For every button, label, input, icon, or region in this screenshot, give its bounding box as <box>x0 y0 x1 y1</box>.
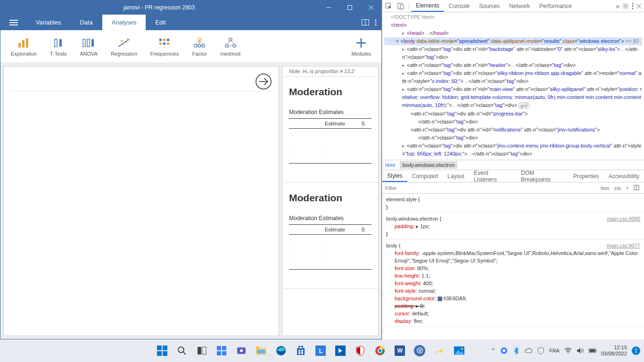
new-style-icon[interactable]: ＋ <box>623 184 632 191</box>
ribbon-regression[interactable]: Regression <box>104 33 144 61</box>
tab-variables[interactable]: Variables <box>26 15 70 30</box>
more-tabs-icon[interactable]: » <box>616 2 619 10</box>
styles-panel[interactable]: element.style {}main.css:9090body.window… <box>382 194 644 339</box>
devtab-console[interactable]: Console <box>444 0 474 12</box>
store-icon[interactable] <box>292 342 309 359</box>
svg-line-36 <box>196 41 199 44</box>
close-button[interactable] <box>360 0 381 15</box>
minimize-button[interactable] <box>318 0 339 15</box>
subtab-styles[interactable]: Styles <box>382 170 407 182</box>
photos-icon[interactable] <box>451 342 468 359</box>
taskview-icon[interactable] <box>193 342 210 359</box>
search-icon[interactable] <box>173 342 190 359</box>
svg-marker-92 <box>339 348 342 353</box>
explorer-icon[interactable] <box>253 342 270 359</box>
ribbon-ttests[interactable]: T-Tests <box>43 33 73 61</box>
svg-point-40 <box>225 44 228 47</box>
svg-point-33 <box>194 44 197 47</box>
app-icon-misc1[interactable] <box>431 342 448 359</box>
subtab-props[interactable]: Properties <box>569 170 604 182</box>
teams-icon[interactable] <box>233 342 250 359</box>
devtab-performance[interactable]: Performance <box>535 0 577 12</box>
ribbon-medmod[interactable]: medmod <box>214 33 247 61</box>
wifi-icon[interactable] <box>564 347 572 354</box>
devtab-sources[interactable]: Sources <box>474 0 504 12</box>
gear-icon[interactable] <box>622 3 629 9</box>
svg-point-52 <box>625 5 627 7</box>
widgets-icon[interactable] <box>213 342 230 359</box>
app-icon-blue[interactable] <box>332 342 349 359</box>
onedrive-icon[interactable] <box>525 347 532 354</box>
tab-data[interactable]: Data <box>70 15 102 30</box>
kebab-icon[interactable] <box>375 19 377 26</box>
subtab-computed[interactable]: Computed <box>407 170 443 182</box>
start-button[interactable] <box>154 342 171 359</box>
factor-icon <box>192 36 207 49</box>
ribbon-anova[interactable]: ANOVA <box>74 33 105 61</box>
devtab-elements[interactable]: Elements <box>411 0 444 12</box>
subtab-dom[interactable]: DOM Breakpoints <box>516 170 569 182</box>
edge-icon[interactable] <box>272 342 289 359</box>
svg-rect-74 <box>198 347 201 354</box>
notification-badge[interactable]: 2 <box>632 346 640 355</box>
ribbon-frequencies[interactable]: Frequencies <box>144 33 186 61</box>
ribbon: Exploration T-Tests ANOVA Regression Fre… <box>0 30 381 63</box>
svg-rect-17 <box>83 39 85 47</box>
main-view: Note. Hₐ is proportion ≠ 13.2ModerationM… <box>0 63 381 339</box>
hov-toggle[interactable]: :hov <box>598 185 611 191</box>
svg-line-59 <box>627 4 628 5</box>
subtab-event[interactable]: Event Listeners <box>469 170 516 182</box>
inspect-icon[interactable] <box>382 3 395 9</box>
security-icon[interactable] <box>537 347 545 354</box>
svg-rect-83 <box>256 346 260 349</box>
svg-line-38 <box>199 41 203 44</box>
svg-point-95 <box>379 349 382 353</box>
svg-rect-76 <box>217 346 221 350</box>
mcafee-icon[interactable] <box>352 342 369 359</box>
ribbon-exploration[interactable]: Exploration <box>4 33 43 61</box>
svg-point-10 <box>375 22 377 23</box>
horizontal-scrollbar[interactable]: ◄ ► <box>282 336 378 336</box>
language-indicator[interactable]: FRA <box>549 348 560 354</box>
tray-chevron-icon[interactable]: ⌃ <box>491 347 495 354</box>
devtools-close-icon[interactable] <box>636 4 641 8</box>
app-icon-l[interactable]: L <box>312 342 329 359</box>
breadcrumb[interactable]: html body.windows.electron <box>382 160 644 170</box>
subtab-layout[interactable]: Layout <box>443 170 469 182</box>
cls-toggle[interactable]: .cls <box>611 185 623 191</box>
devtab-network[interactable]: Network <box>504 0 535 12</box>
collapse-arrow-icon[interactable] <box>255 73 272 92</box>
tab-analyses[interactable]: Analyses <box>102 15 146 30</box>
subtab-access[interactable]: Accessibility <box>604 170 644 182</box>
svg-rect-104 <box>590 349 595 352</box>
battery-icon[interactable] <box>589 347 596 354</box>
regression-icon <box>116 36 132 49</box>
svg-point-100 <box>503 349 505 352</box>
chrome-tray-icon[interactable] <box>500 347 508 354</box>
word-icon[interactable]: W <box>391 342 408 359</box>
barchart-icon <box>17 36 32 49</box>
maximize-button[interactable] <box>339 0 360 15</box>
svg-point-9 <box>375 19 377 21</box>
filter-input[interactable] <box>385 185 598 191</box>
svg-rect-71 <box>163 351 167 356</box>
elements-tree[interactable]: <!DOCTYPE html><html>▸<head>…</head>⋯▾<b… <box>382 12 644 160</box>
svg-rect-105 <box>595 350 596 352</box>
taskbar: L W ⓥ ⌃ FRA 12:15 03/08/2022 2 <box>0 339 644 362</box>
jamovi-taskbar-icon[interactable]: ⓥ <box>411 342 428 359</box>
svg-rect-70 <box>157 351 162 356</box>
toggle-render-icon[interactable] <box>632 185 641 191</box>
volume-icon[interactable] <box>577 347 584 354</box>
svg-line-57 <box>623 4 624 5</box>
clock[interactable]: 12:15 03/08/2022 <box>601 345 627 357</box>
bluetooth-icon[interactable] <box>512 347 520 354</box>
window-layout-icon[interactable] <box>362 19 369 25</box>
ribbon-factor[interactable]: Factor <box>185 33 214 61</box>
tab-edit[interactable]: Edit <box>146 15 175 30</box>
menu-icon[interactable] <box>0 15 26 30</box>
devtools-toolbar: Elements Console Sources Network Perform… <box>382 0 644 12</box>
ribbon-modules[interactable]: Modules <box>345 33 378 61</box>
chrome-icon[interactable] <box>372 342 388 359</box>
device-icon[interactable] <box>395 3 407 9</box>
devtools-kebab-icon[interactable] <box>632 3 634 9</box>
